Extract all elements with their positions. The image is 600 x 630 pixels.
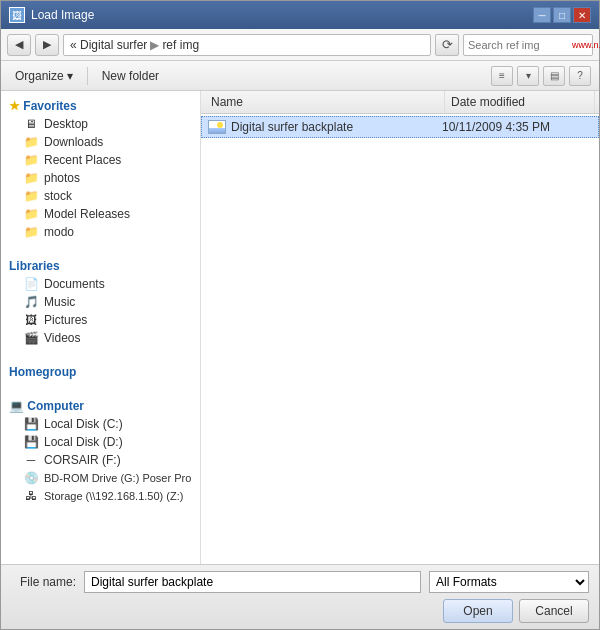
new-folder-button[interactable]: New folder (96, 67, 165, 85)
sidebar-item-pictures-label: Pictures (44, 313, 87, 327)
address-bar: ◀ ▶ « Digital surfer ▶ ref img ⟳ www.n.s… (1, 29, 599, 61)
title-bar-left: 🖼 Load Image (9, 7, 94, 23)
organize-button[interactable]: Organize ▾ (9, 67, 79, 85)
help-button[interactable]: ? (569, 66, 591, 86)
sidebar-item-local-c[interactable]: 💾 Local Disk (C:) (1, 415, 200, 433)
homegroup-header[interactable]: Homegroup (1, 361, 200, 381)
sidebar-item-downloads[interactable]: 📁 Downloads (1, 133, 200, 151)
sidebar-spacer1 (1, 247, 200, 255)
libraries-label: Libraries (9, 259, 60, 273)
file-item-name: Digital surfer backplate (231, 120, 437, 134)
local-disk-c-icon: 💾 (23, 417, 39, 431)
organize-arrow-icon: ▾ (67, 69, 73, 83)
open-button[interactable]: Open (443, 599, 513, 623)
sidebar: ★ Favorites 🖥 Desktop 📁 Downloads 📁 Rece… (1, 91, 201, 564)
filetype-wrapper: All Formats (429, 571, 589, 593)
filetype-select[interactable]: All Formats (429, 571, 589, 593)
breadcrumb-part2: ref img (162, 38, 199, 52)
sidebar-item-downloads-label: Downloads (44, 135, 103, 149)
sidebar-item-photos-label: photos (44, 171, 80, 185)
file-list-area: Name Date modified Digital surfer backpl… (201, 91, 599, 564)
music-icon: 🎵 (23, 295, 39, 309)
sidebar-item-recent-label: Recent Places (44, 153, 121, 167)
file-item[interactable]: Digital surfer backplate 10/11/2009 4:35… (201, 116, 599, 138)
toolbar-right: ≡ ▾ ▤ ? (491, 66, 591, 86)
model-releases-icon: 📁 (23, 207, 39, 221)
search-input[interactable] (468, 39, 568, 51)
sidebar-item-documents-label: Documents (44, 277, 105, 291)
storage-icon: 🖧 (23, 489, 39, 503)
downloads-icon: 📁 (23, 135, 39, 149)
local-disk-d-icon: 💾 (23, 435, 39, 449)
breadcrumb-part1: « Digital surfer (70, 38, 147, 52)
libraries-header[interactable]: Libraries (1, 255, 200, 275)
favorites-star-icon: ★ (9, 99, 20, 113)
sidebar-item-music[interactable]: 🎵 Music (1, 293, 200, 311)
close-button[interactable]: ✕ (573, 7, 591, 23)
videos-icon: 🎬 (23, 331, 39, 345)
main-content: ★ Favorites 🖥 Desktop 📁 Downloads 📁 Rece… (1, 91, 599, 564)
stock-icon: 📁 (23, 189, 39, 203)
view-details-button[interactable]: ▤ (543, 66, 565, 86)
breadcrumb[interactable]: « Digital surfer ▶ ref img (63, 34, 431, 56)
refresh-button[interactable]: ⟳ (435, 34, 459, 56)
sidebar-item-documents[interactable]: 📄 Documents (1, 275, 200, 293)
search-box[interactable]: www.n.s.d.cn (463, 34, 593, 56)
sidebar-item-photos[interactable]: 📁 photos (1, 169, 200, 187)
sidebar-item-bdrom-label: BD-ROM Drive (G:) Poser Pro (44, 472, 191, 484)
homegroup-label: Homegroup (9, 365, 76, 379)
forward-button[interactable]: ▶ (35, 34, 59, 56)
sidebar-item-desktop[interactable]: 🖥 Desktop (1, 115, 200, 133)
sidebar-item-videos-label: Videos (44, 331, 80, 345)
documents-icon: 📄 (23, 277, 39, 291)
sidebar-spacer3 (1, 387, 200, 395)
file-image-icon (208, 119, 226, 135)
corsair-drive-icon: ─ (23, 453, 39, 467)
favorites-header[interactable]: ★ Favorites (1, 95, 200, 115)
minimize-button[interactable]: ─ (533, 7, 551, 23)
favorites-section: ★ Favorites 🖥 Desktop 📁 Downloads 📁 Rece… (1, 95, 200, 241)
recent-icon: 📁 (23, 153, 39, 167)
sidebar-item-modo-label: modo (44, 225, 74, 239)
sidebar-item-stock-label: stock (44, 189, 72, 203)
file-list-header: Name Date modified (201, 91, 599, 114)
file-list[interactable]: Digital surfer backplate 10/11/2009 4:35… (201, 114, 599, 564)
maximize-button[interactable]: □ (553, 7, 571, 23)
sidebar-item-pictures[interactable]: 🖼 Pictures (1, 311, 200, 329)
sidebar-item-recent[interactable]: 📁 Recent Places (1, 151, 200, 169)
sidebar-item-model-releases[interactable]: 📁 Model Releases (1, 205, 200, 223)
toolbar-separator (87, 67, 88, 85)
sidebar-item-model-releases-label: Model Releases (44, 207, 130, 221)
libraries-section: Libraries 📄 Documents 🎵 Music 🖼 Pictures… (1, 255, 200, 347)
load-image-dialog: 🖼 Load Image ─ □ ✕ ◀ ▶ « Digital surfer … (0, 0, 600, 630)
computer-header[interactable]: 💻 Computer (1, 395, 200, 415)
organize-label: Organize (15, 69, 64, 83)
pictures-icon: 🖼 (23, 313, 39, 327)
sidebar-item-corsair[interactable]: ─ CORSAIR (F:) (1, 451, 200, 469)
sidebar-item-local-d[interactable]: 💾 Local Disk (D:) (1, 433, 200, 451)
column-name-header[interactable]: Name (205, 91, 445, 113)
sidebar-item-music-label: Music (44, 295, 75, 309)
bottom-bar: File name: All Formats Open Cancel (1, 564, 599, 629)
view-dropdown-button[interactable]: ▾ (517, 66, 539, 86)
sidebar-item-bdrom[interactable]: 💿 BD-ROM Drive (G:) Poser Pro (1, 469, 200, 487)
sidebar-item-local-c-label: Local Disk (C:) (44, 417, 123, 431)
toolbar: Organize ▾ New folder ≡ ▾ ▤ ? (1, 61, 599, 91)
breadcrumb-separator: ▶ (150, 38, 159, 52)
sidebar-item-videos[interactable]: 🎬 Videos (1, 329, 200, 347)
action-row: Open Cancel (11, 599, 589, 623)
cancel-button[interactable]: Cancel (519, 599, 589, 623)
file-item-date: 10/11/2009 4:35 PM (442, 120, 592, 134)
computer-section: 💻 Computer 💾 Local Disk (C:) 💾 Local Dis… (1, 395, 200, 505)
bd-rom-icon: 💿 (23, 471, 39, 485)
sidebar-item-stock[interactable]: 📁 stock (1, 187, 200, 205)
sidebar-item-modo[interactable]: 📁 modo (1, 223, 200, 241)
favorites-label: Favorites (23, 99, 76, 113)
window-title: Load Image (31, 8, 94, 22)
column-date-header[interactable]: Date modified (445, 91, 595, 113)
view-list-button[interactable]: ≡ (491, 66, 513, 86)
desktop-icon: 🖥 (23, 117, 39, 131)
back-button[interactable]: ◀ (7, 34, 31, 56)
filename-input[interactable] (84, 571, 421, 593)
sidebar-item-storage[interactable]: 🖧 Storage (\\192.168.1.50) (Z:) (1, 487, 200, 505)
